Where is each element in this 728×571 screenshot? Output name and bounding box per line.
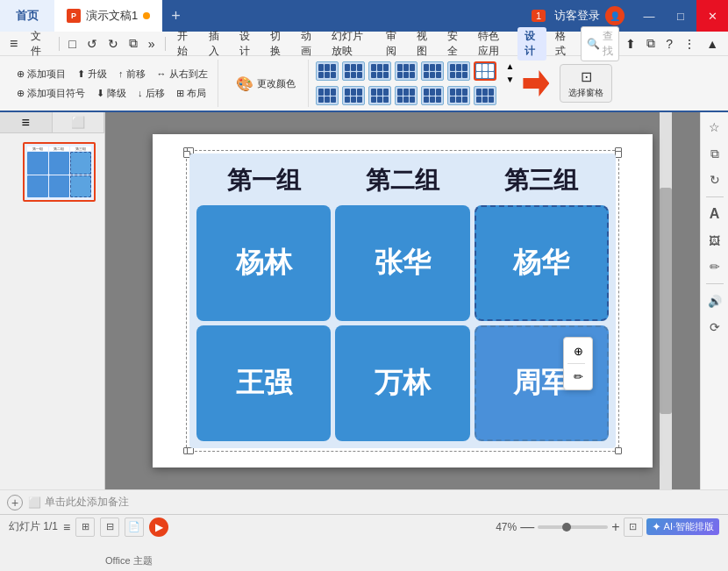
- layout-btn-5[interactable]: [421, 61, 444, 81]
- ribbon-tab-security[interactable]: 安全: [440, 27, 469, 61]
- view-icon-doc[interactable]: 📄: [125, 517, 144, 537]
- panel-tab-outline[interactable]: ≡: [0, 112, 53, 132]
- layout-btn-4[interactable]: [395, 61, 418, 81]
- layout-expand: ▲ ▼: [503, 60, 518, 86]
- add-item-btn[interactable]: ⊕ 添加项目: [12, 66, 70, 82]
- view-icon-grid2[interactable]: ⊟: [100, 517, 119, 537]
- minimize-btn[interactable]: —: [633, 0, 665, 32]
- sidebar-image[interactable]: 🖼: [703, 229, 726, 252]
- play-btn[interactable]: ▶: [149, 517, 168, 537]
- vertical-scrollbar[interactable]: [660, 112, 672, 489]
- view-icon-grid1[interactable]: ⊞: [75, 517, 95, 537]
- user-label: 访客登录: [554, 8, 600, 24]
- ribbon-tab-switch[interactable]: 切换: [263, 27, 292, 61]
- layout-btn-12[interactable]: [421, 86, 444, 105]
- layout-scroll-down[interactable]: ▼: [504, 73, 517, 86]
- view-icon-list[interactable]: ≡: [63, 520, 70, 534]
- ribbon-tab-slideshow[interactable]: 幻灯片放映: [325, 27, 376, 61]
- layout-scroll-up[interactable]: ▲: [504, 60, 517, 73]
- float-toolbar: ⊕ ✏: [563, 337, 593, 390]
- search-box[interactable]: 🔍 查找: [581, 26, 619, 61]
- menu-file[interactable]: 文件: [24, 27, 53, 61]
- user-area[interactable]: 访客登录 👤: [546, 6, 633, 25]
- panel-tab-slide[interactable]: ⬜: [53, 112, 105, 132]
- collapse-icon[interactable]: ▲: [702, 35, 723, 53]
- ribbon-tab-start[interactable]: 开始: [170, 27, 199, 61]
- sidebar-edit[interactable]: ✏: [703, 255, 726, 278]
- window-icon[interactable]: ⧉: [642, 34, 660, 53]
- sidebar-refresh[interactable]: ⟳: [703, 316, 726, 339]
- add-slide-btn[interactable]: +: [7, 495, 23, 510]
- float-pen-icon[interactable]: ✏: [567, 367, 589, 386]
- add-item-icon: ⊕: [17, 68, 25, 80]
- doc-tab[interactable]: P 演示文稿1: [54, 0, 162, 32]
- layout-btn-11[interactable]: [395, 86, 418, 105]
- name-cell-wanlin[interactable]: 万林: [335, 325, 469, 441]
- zoom-thumb[interactable]: [562, 523, 571, 532]
- layout-btn-2[interactable]: [342, 61, 365, 81]
- select-pane-btn[interactable]: ⊡ 选择窗格: [560, 64, 612, 103]
- name-cell-zhanghua[interactable]: 张华: [335, 205, 469, 321]
- sidebar-volume[interactable]: 🔊: [703, 289, 726, 312]
- add-slide-row: + ⬜ 单击此处添加备注: [0, 489, 728, 514]
- handle-mr[interactable]: [615, 151, 622, 158]
- upgrade-btn[interactable]: ⬆ 升级: [73, 66, 111, 82]
- menu-icon-undo[interactable]: ↺: [82, 35, 102, 53]
- fit-screen-btn[interactable]: ⊡: [624, 517, 643, 537]
- float-group-icon[interactable]: ⊕: [567, 341, 589, 360]
- layout-btn[interactable]: ⊞ 布局: [172, 85, 211, 102]
- close-btn[interactable]: ✕: [696, 0, 728, 32]
- downgrade-btn[interactable]: ⬇ 降级: [92, 85, 131, 102]
- layout-btn-6[interactable]: [447, 61, 470, 81]
- ribbon-tab-review[interactable]: 审阅: [379, 27, 408, 61]
- move-back-btn[interactable]: ↓ 后移: [133, 85, 169, 102]
- ribbon-tab-design2[interactable]: 设计: [517, 27, 546, 61]
- handle-br[interactable]: [615, 447, 622, 454]
- layout-btn-10[interactable]: [368, 86, 391, 105]
- share-icon[interactable]: ⬆: [621, 35, 640, 53]
- layout-btn-1[interactable]: [316, 61, 339, 81]
- ribbon-tab-design[interactable]: 设计: [232, 27, 261, 61]
- name-cell-wangqiang[interactable]: 王强: [196, 325, 331, 441]
- scrollbar-thumb[interactable]: [660, 188, 672, 414]
- ai-badge[interactable]: ✦ AI·智能排版: [646, 518, 719, 535]
- layout-btn-9[interactable]: [342, 86, 365, 105]
- add-symbol-btn[interactable]: ⊕ 添加项目符号: [12, 85, 89, 102]
- left-to-right-btn[interactable]: ↔ 从右到左: [153, 66, 212, 82]
- menu-icon-save[interactable]: □: [64, 35, 80, 53]
- more-icon[interactable]: ⋮: [679, 35, 700, 53]
- slide-thumbnail[interactable]: 第一组 第二组 第三组: [23, 142, 96, 202]
- name-cell-yanghua[interactable]: 杨华: [475, 205, 609, 321]
- ribbon-tab-insert[interactable]: 插入: [202, 27, 231, 61]
- layout-btn-13[interactable]: [447, 86, 470, 105]
- move-up-label: 前移: [126, 68, 146, 81]
- canvas-area[interactable]: 第一组 第二组 第三组 杨林 张华 杨: [105, 112, 700, 489]
- layout-btn-3[interactable]: [368, 61, 391, 81]
- layout-btn-7-selected[interactable]: [474, 61, 496, 81]
- menu-icon-more[interactable]: »: [144, 35, 160, 53]
- sidebar-star[interactable]: ☆: [703, 116, 726, 139]
- layout-btn-14[interactable]: [474, 86, 496, 105]
- add-note-label[interactable]: 单击此处添加备注: [45, 495, 129, 510]
- help-icon[interactable]: ?: [661, 35, 677, 53]
- sidebar-text[interactable]: A: [703, 203, 726, 225]
- ribbon-tab-format[interactable]: 格式: [548, 27, 577, 61]
- menu-icon-redo[interactable]: ↻: [103, 35, 123, 53]
- zoom-plus[interactable]: +: [611, 519, 619, 535]
- notification-badge[interactable]: 1: [532, 10, 546, 22]
- name-cell-yanglin[interactable]: 杨林: [196, 205, 331, 321]
- menu-icon-copy[interactable]: ⧉: [125, 34, 142, 53]
- menu-hamburger[interactable]: ≡: [5, 34, 22, 54]
- zoom-minus[interactable]: —: [520, 519, 534, 535]
- change-color-btn[interactable]: 🎨 更改颜色: [229, 72, 303, 96]
- maximize-btn[interactable]: □: [665, 0, 696, 32]
- ribbon-tab-view[interactable]: 视图: [410, 27, 439, 61]
- sidebar-copy[interactable]: ⧉: [703, 142, 726, 165]
- layout-btn-8[interactable]: [316, 86, 339, 105]
- move-up-btn[interactable]: ↑ 前移: [114, 66, 150, 82]
- zoom-slider[interactable]: [538, 525, 608, 529]
- handle-bm[interactable]: [187, 447, 194, 454]
- ribbon-tab-animate[interactable]: 动画: [294, 27, 323, 61]
- ribbon-tab-special[interactable]: 特色应用: [471, 27, 515, 61]
- sidebar-loop[interactable]: ↻: [703, 168, 726, 191]
